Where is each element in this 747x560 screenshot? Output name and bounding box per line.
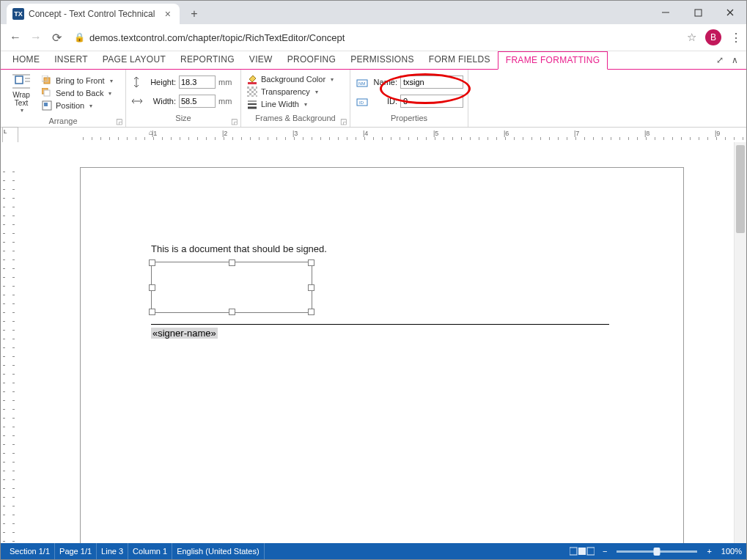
zoom-slider-knob[interactable] <box>654 548 660 556</box>
position-icon <box>42 100 52 111</box>
url-text: demos.textcontrol.com/chapter/topic/Rich… <box>89 32 345 43</box>
svg-rect-12 <box>44 90 50 96</box>
tab-title: Concept - Text Control Technical <box>29 9 162 19</box>
svg-rect-29 <box>570 548 577 555</box>
resize-handle-se[interactable] <box>308 309 314 315</box>
vertical-scrollbar[interactable] <box>734 142 746 543</box>
scrollbar-thumb[interactable] <box>736 145 745 233</box>
tab-reporting[interactable]: REPORTING <box>173 51 242 69</box>
tab-view[interactable]: VIEW <box>242 51 280 69</box>
merge-field-signer-name[interactable]: «signer-name» <box>151 328 218 339</box>
svg-marker-17 <box>249 75 256 82</box>
wrap-text-button[interactable]: Wrap Text▾ <box>7 73 36 114</box>
svg-rect-4 <box>15 76 23 84</box>
vertical-ruler[interactable] <box>1 142 17 543</box>
frames-dialog-launcher-icon[interactable]: ◲ <box>340 117 347 125</box>
svg-rect-9 <box>44 78 50 84</box>
height-input[interactable] <box>179 75 216 89</box>
document-canvas[interactable]: This is a document that should be signed… <box>17 142 734 543</box>
document-page: This is a document that should be signed… <box>80 167 684 543</box>
bookmark-star-icon[interactable]: ☆ <box>687 31 696 44</box>
nav-reload-button[interactable]: ⟳ <box>46 27 67 48</box>
bring-to-front-button[interactable]: Bring to Front▾ <box>42 75 113 86</box>
resize-handle-sw[interactable] <box>149 309 155 315</box>
tab-page-layout[interactable]: PAGE LAYOUT <box>95 51 173 69</box>
wrap-text-icon <box>12 73 30 91</box>
group-label-properties: Properties <box>391 114 427 122</box>
group-label-size: Size <box>175 114 191 122</box>
ribbon-fullscreen-icon[interactable]: ⤢ <box>713 51 727 69</box>
horizontal-ruler[interactable]: |1|2|3|4|5|6|7|8|9⌂ <box>20 128 746 141</box>
resize-handle-ne[interactable] <box>308 259 314 266</box>
line-width-button[interactable]: Line Width▾ <box>247 99 334 109</box>
ribbon-tabstrip: HOME INSERT PAGE LAYOUT REPORTING VIEW P… <box>1 51 746 70</box>
new-tab-button[interactable]: + <box>184 4 205 24</box>
svg-rect-30 <box>578 548 586 555</box>
svg-rect-1 <box>695 10 702 16</box>
svg-rect-19 <box>247 86 257 97</box>
browser-menu-icon[interactable]: ⋮ <box>730 31 742 45</box>
resize-handle-nw[interactable] <box>149 259 155 266</box>
background-color-button[interactable]: Background Color▾ <box>247 74 334 84</box>
height-label: Height: <box>147 78 176 86</box>
tab-close-icon[interactable]: × <box>162 8 174 20</box>
frame-name-input[interactable] <box>400 75 463 89</box>
size-dialog-launcher-icon[interactable]: ◲ <box>231 117 238 125</box>
width-icon <box>132 95 144 107</box>
svg-rect-14 <box>44 103 48 106</box>
ribbon-collapse-icon[interactable]: ∧ <box>727 51 742 69</box>
status-page[interactable]: Page 1/1 <box>55 543 97 559</box>
resize-handle-n[interactable] <box>229 259 235 266</box>
browser-toolbar: ← → ⟳ 🔒 demos.textcontrol.com/chapter/to… <box>1 24 746 51</box>
tab-insert[interactable]: INSERT <box>47 51 95 69</box>
status-line[interactable]: Line 3 <box>97 543 128 559</box>
svg-text:NM: NM <box>358 81 365 86</box>
resize-handle-w[interactable] <box>149 284 155 291</box>
zoom-slider[interactable] <box>617 550 697 553</box>
window-close-button[interactable] <box>714 1 746 24</box>
nav-forward-button[interactable]: → <box>26 27 46 48</box>
resize-handle-e[interactable] <box>308 284 314 291</box>
id-label: ID: <box>371 97 397 106</box>
lock-icon: 🔒 <box>74 32 85 43</box>
window-minimize-button[interactable] <box>650 1 682 24</box>
height-unit: mm <box>218 78 232 86</box>
zoom-percent[interactable]: 100% <box>721 547 742 556</box>
send-to-back-icon <box>42 88 52 98</box>
document-body-text[interactable]: This is a document that should be signed… <box>151 243 327 254</box>
signature-line <box>151 324 609 325</box>
address-bar[interactable]: 🔒 demos.textcontrol.com/chapter/topic/Ri… <box>67 32 681 43</box>
nav-back-button[interactable]: ← <box>5 27 26 48</box>
status-language[interactable]: English (United States) <box>172 543 265 559</box>
resize-handle-s[interactable] <box>229 309 235 315</box>
name-icon: NM <box>356 76 368 88</box>
group-label-frames: Frames & Background <box>255 114 335 122</box>
tab-home[interactable]: HOME <box>5 51 47 69</box>
width-input[interactable] <box>179 95 216 108</box>
frame-id-input[interactable] <box>400 95 463 108</box>
transparency-icon <box>247 86 257 97</box>
profile-avatar[interactable]: B <box>705 29 721 45</box>
status-column[interactable]: Column 1 <box>128 543 172 559</box>
svg-text:ID: ID <box>359 100 364 105</box>
send-to-back-button[interactable]: Send to Back▾ <box>42 88 113 98</box>
position-button[interactable]: Position▾ <box>42 100 113 111</box>
bring-to-front-icon <box>42 75 52 86</box>
transparency-button[interactable]: Transparency▾ <box>247 86 334 97</box>
browser-titlebar: TX Concept - Text Control Technical × + <box>1 1 746 24</box>
status-viewmode-icon[interactable] <box>565 543 599 559</box>
zoom-in-button[interactable]: + <box>703 547 715 556</box>
height-icon <box>132 76 144 88</box>
zoom-out-button[interactable]: − <box>599 547 611 556</box>
tab-form-fields[interactable]: FORM FIELDS <box>422 51 498 69</box>
status-bar: Section 1/1 Page 1/1 Line 3 Column 1 Eng… <box>1 543 746 559</box>
window-maximize-button[interactable] <box>682 1 714 24</box>
arrange-dialog-launcher-icon[interactable]: ◲ <box>116 117 122 125</box>
status-section[interactable]: Section 1/1 <box>5 543 55 559</box>
ruler-corner-icon[interactable]: L <box>2 127 18 143</box>
browser-tab[interactable]: TX Concept - Text Control Technical × <box>7 4 180 24</box>
tab-frame-formatting[interactable]: FRAME FORMATTING <box>498 51 608 70</box>
signature-frame[interactable] <box>151 262 312 313</box>
tab-proofing[interactable]: PROOFING <box>280 51 343 69</box>
tab-permissions[interactable]: PERMISSIONS <box>343 51 422 69</box>
